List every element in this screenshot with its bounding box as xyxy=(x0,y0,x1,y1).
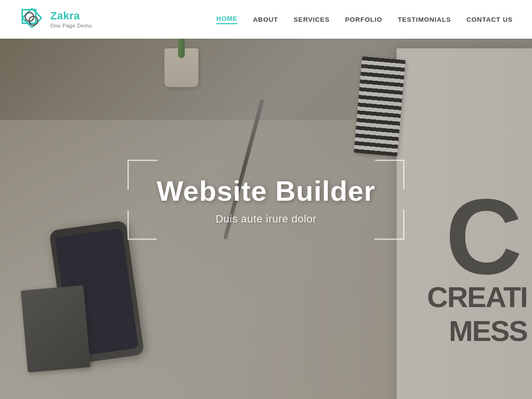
logo-brand-z: Z xyxy=(50,10,57,22)
nav-item-services[interactable]: SERVICES xyxy=(294,16,329,23)
hero-text-box: Website Builder Duis aute irure dolor xyxy=(128,160,404,239)
logo-brand: Zakra xyxy=(50,10,92,22)
hero-section: C CREATI MESS Website Builder Duis aute xyxy=(0,0,532,399)
nav-item-testimonials[interactable]: TESTIMONIALS xyxy=(398,16,451,23)
logo-brand-rest: akra xyxy=(57,10,80,22)
hero-corner-bottom-left xyxy=(128,210,157,239)
site-header: Zakra One Page Demo Home ABOUT SERVICES … xyxy=(0,0,532,39)
main-nav: Home ABOUT SERVICES PORFOLIO TESTIMONIAL… xyxy=(216,15,513,24)
nav-item-home[interactable]: Home xyxy=(216,15,237,24)
nav-item-porfolio[interactable]: PORFOLIO xyxy=(345,16,382,23)
nav-item-contact[interactable]: CONTACT US xyxy=(467,16,513,23)
hero-content: Website Builder Duis aute irure dolor xyxy=(128,160,404,239)
hero-subtitle: Duis aute irure dolor xyxy=(157,212,375,225)
hero-title: Website Builder xyxy=(157,174,375,207)
hero-corner-top-right xyxy=(375,160,404,189)
nav-item-about[interactable]: ABOUT xyxy=(253,16,278,23)
logo-area[interactable]: Zakra One Page Demo xyxy=(19,7,92,32)
logo-icon xyxy=(19,7,44,32)
logo-tagline: One Page Demo xyxy=(50,23,92,29)
logo-text-group: Zakra One Page Demo xyxy=(50,10,92,29)
